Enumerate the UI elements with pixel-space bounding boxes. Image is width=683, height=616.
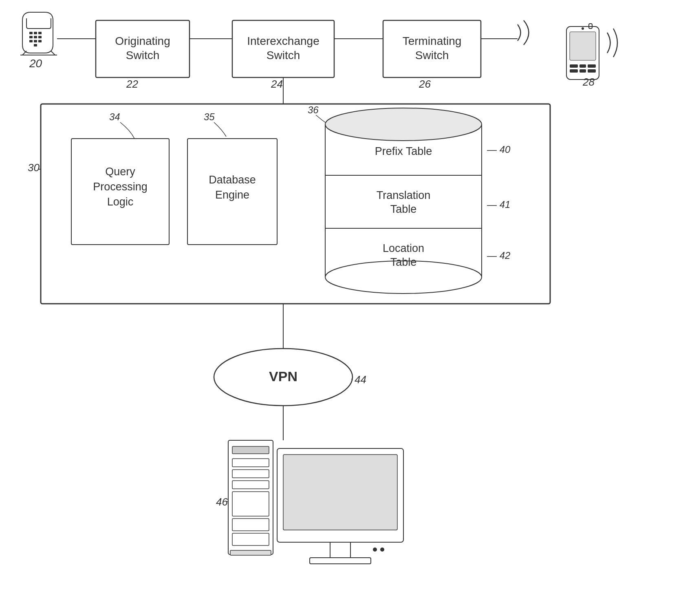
svg-rect-36 [330, 542, 350, 559]
telephone-icon [20, 12, 57, 55]
translation-table-label2: Table [390, 203, 417, 215]
translation-table-label1: Translation [377, 189, 431, 201]
db-engine-label1: Database [209, 174, 256, 186]
svg-rect-17 [579, 64, 586, 68]
label-26: 26 [419, 78, 431, 90]
query-label1: Query [105, 166, 135, 178]
label-36: 36 [308, 104, 319, 115]
svg-rect-14 [570, 32, 596, 60]
wireless-waves-left [518, 20, 529, 45]
prefix-table-label: Prefix Table [375, 145, 432, 157]
svg-rect-21 [588, 69, 596, 73]
svg-point-39 [380, 548, 384, 552]
mobile-phone-icon [566, 24, 617, 79]
cylinder-top-ellipse [325, 108, 482, 141]
svg-point-38 [373, 548, 377, 552]
svg-rect-0 [29, 32, 33, 34]
svg-rect-37 [310, 558, 371, 564]
svg-rect-26 [232, 446, 269, 454]
svg-rect-7 [34, 40, 37, 42]
terminating-label2: Switch [415, 49, 449, 62]
query-label2: Processing [93, 181, 148, 193]
label-22: 22 [126, 78, 138, 90]
svg-rect-3 [29, 36, 33, 38]
label-28: 28 [582, 76, 595, 88]
vpn-label: VPN [269, 369, 297, 384]
svg-rect-33 [230, 550, 271, 555]
label-30: 30 [28, 161, 40, 174]
label-34: 34 [109, 111, 120, 122]
label-46: 46 [216, 496, 228, 508]
svg-rect-5 [38, 36, 42, 38]
svg-rect-9 [34, 44, 37, 46]
query-label3: Logic [107, 196, 134, 208]
diagram-container: 20 Originating Switch 22 Interexchange S… [0, 0, 683, 616]
interexchange-label2: Switch [267, 49, 300, 62]
telephone-label: 20 [29, 57, 42, 70]
label-40: — 40 [487, 144, 511, 155]
svg-rect-25 [228, 440, 273, 554]
computer-monitor [277, 448, 403, 564]
svg-rect-16 [570, 64, 578, 68]
label-42: — 42 [487, 250, 510, 261]
svg-rect-4 [34, 36, 37, 38]
svg-rect-1 [34, 32, 37, 34]
computer-tower [228, 440, 273, 555]
svg-rect-19 [570, 69, 578, 73]
originating-switch-label2: Switch [126, 49, 159, 62]
label-44: 44 [355, 373, 366, 386]
svg-line-11 [51, 51, 55, 55]
interexchange-label1: Interexchange [247, 35, 319, 47]
label-35: 35 [204, 111, 215, 122]
terminating-label1: Terminating [403, 35, 462, 47]
label-41: — 41 [487, 199, 510, 210]
svg-rect-2 [38, 32, 42, 34]
svg-line-10 [22, 51, 26, 55]
svg-rect-8 [38, 40, 42, 42]
svg-point-15 [582, 27, 584, 30]
originating-switch-label: Originating [115, 35, 170, 47]
svg-rect-18 [588, 64, 596, 68]
db-engine-label2: Engine [215, 189, 249, 201]
location-table-label1: Location [383, 242, 424, 254]
label-24: 24 [271, 78, 283, 90]
svg-rect-6 [29, 40, 33, 42]
location-table-label2: Table [390, 256, 417, 268]
svg-rect-20 [579, 69, 586, 73]
svg-rect-35 [283, 455, 397, 530]
